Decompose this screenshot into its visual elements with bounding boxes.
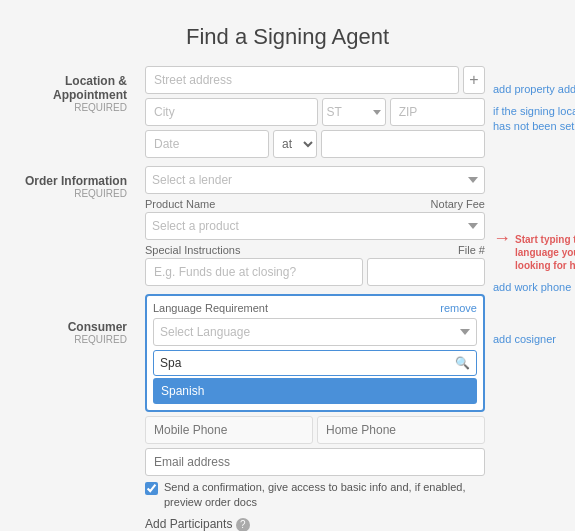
language-hint: Start typing the language you're looking… [515, 233, 575, 272]
location-label-section: Location & Appointment REQUIRED [0, 66, 137, 166]
right-hints: add property address if the signing loca… [485, 66, 575, 531]
street-row: + [145, 66, 485, 94]
add-participants-label-row: Add Participants ? [145, 517, 485, 531]
file-hash-label: File # [458, 244, 485, 256]
street-input[interactable] [145, 66, 459, 94]
lender-row: Select a lender [145, 166, 485, 194]
language-search-input[interactable] [160, 356, 455, 370]
notary-fee-label: Notary Fee [431, 198, 485, 210]
language-select[interactable]: Select Language [153, 318, 477, 346]
send-confirmation-label: Send a confirmation, give access to basi… [164, 480, 485, 511]
special-instructions-input[interactable] [145, 258, 363, 286]
product-name-label: Product Name [145, 198, 215, 210]
product-select[interactable]: Select a product [145, 212, 485, 240]
add-cosigner-link[interactable]: add cosigner [493, 333, 575, 345]
location-section: + ST at [145, 66, 485, 162]
state-select[interactable]: ST [322, 98, 386, 126]
search-icon: 🔍 [455, 356, 470, 370]
location-section-title: Location & Appointment [0, 74, 127, 102]
date-time-row: at [145, 130, 485, 158]
add-property-hint: add property address if the signing loca… [493, 74, 575, 133]
at-select[interactable]: at [273, 130, 317, 158]
send-confirmation-row: Send a confirmation, give access to basi… [145, 480, 485, 511]
language-hint-row: → Start typing the language you're looki… [493, 229, 575, 272]
page-wrapper: Find a Signing Agent Location & Appointm… [0, 10, 575, 531]
left-labels: Location & Appointment REQUIRED Order In… [0, 66, 145, 531]
file-hash-input[interactable] [367, 258, 485, 286]
language-requirement-label: Language Requirement [153, 302, 268, 314]
time-input[interactable] [321, 130, 485, 158]
language-search-box: 🔍 [153, 350, 477, 376]
add-participants-help[interactable]: ? [236, 518, 250, 531]
mobile-phone-input[interactable] [145, 416, 313, 444]
special-instructions-label: Special Instructions [145, 244, 240, 256]
consumer-section-title: Consumer [68, 320, 127, 334]
add-work-phone-link[interactable]: add work phone [493, 280, 575, 295]
zip-input[interactable] [390, 98, 485, 126]
consumer-label-section: Consumer REQUIRED [0, 258, 137, 453]
add-address-button[interactable]: + [463, 66, 485, 94]
phone-row [145, 416, 485, 444]
spanish-option[interactable]: Spanish [153, 378, 477, 404]
city-state-zip-row: ST [145, 98, 485, 126]
product-label-row: Product Name Notary Fee [145, 198, 485, 210]
red-arrow-icon: → [493, 229, 511, 247]
main-layout: Location & Appointment REQUIRED Order In… [0, 66, 575, 531]
add-property-sub: if the signing location has not been set [493, 104, 575, 133]
lang-box-header: Language Requirement remove [153, 302, 477, 314]
consumer-section: Send a confirmation, give access to basi… [145, 416, 485, 531]
home-phone-input[interactable] [317, 416, 485, 444]
language-requirement-box: Language Requirement remove Select Langu… [145, 294, 485, 412]
location-required: REQUIRED [74, 102, 127, 113]
language-remove-button[interactable]: remove [440, 302, 477, 314]
lender-select[interactable]: Select a lender [145, 166, 485, 194]
order-label-section: Order Information REQUIRED [0, 166, 137, 258]
special-row [145, 258, 485, 286]
send-confirmation-checkbox[interactable] [145, 482, 158, 495]
city-input[interactable] [145, 98, 318, 126]
special-label-row: Special Instructions File # [145, 244, 485, 256]
add-participants-text: Add Participants [145, 517, 232, 531]
add-property-link[interactable]: add property address [493, 82, 575, 96]
order-section-title: Order Information [25, 174, 127, 188]
form-column: + ST at [145, 66, 485, 531]
product-row: Select a product [145, 212, 485, 240]
date-input[interactable] [145, 130, 269, 158]
order-required: REQUIRED [74, 188, 127, 199]
consumer-required: REQUIRED [74, 334, 127, 345]
page-title: Find a Signing Agent [0, 24, 575, 50]
email-input[interactable] [145, 448, 485, 476]
order-section: Select a lender Product Name Notary Fee … [145, 166, 485, 290]
